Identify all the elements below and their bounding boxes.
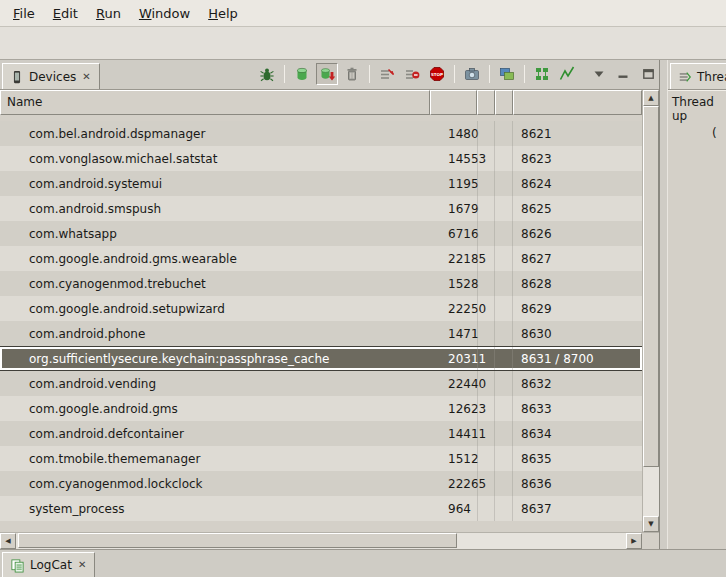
tab-devices[interactable]: Devices ✕ xyxy=(2,63,100,89)
column-header-name[interactable]: Name xyxy=(0,90,430,115)
scroll-down-button[interactable]: ▼ xyxy=(643,516,659,532)
table-row[interactable]: com.cyanogenmod.lockclock 22265 8636 xyxy=(0,471,642,496)
process-name: com.android.vending xyxy=(0,377,430,391)
process-name: org.sufficientlysecure.keychain:passphra… xyxy=(0,352,430,366)
heap-cell xyxy=(477,196,495,221)
process-pid: 6716 xyxy=(430,227,477,241)
horizontal-scrollbar[interactable]: ◀ ▶ xyxy=(0,532,642,549)
cause-gc-icon[interactable] xyxy=(341,63,363,85)
threads-cell xyxy=(495,246,513,271)
toolbar-separator xyxy=(369,65,370,83)
process-name: com.tmobile.thememanager xyxy=(0,452,430,466)
close-icon[interactable]: ✕ xyxy=(81,72,91,82)
panel-sash[interactable] xyxy=(660,60,667,549)
threads-cell xyxy=(495,121,513,146)
process-pid: 20311 xyxy=(430,352,477,366)
debug-icon[interactable] xyxy=(256,63,278,85)
process-port: 8629 xyxy=(513,302,642,316)
threads-cell xyxy=(495,196,513,221)
menu-item-help[interactable]: Help xyxy=(199,3,247,24)
process-name: com.google.android.setupwizard xyxy=(0,302,430,316)
column-header-threads[interactable] xyxy=(495,90,513,115)
process-port: 8621 xyxy=(513,127,642,141)
process-port: 8633 xyxy=(513,402,642,416)
menu-item-edit[interactable]: Edit xyxy=(44,3,87,24)
dump-hprof-icon[interactable] xyxy=(316,63,338,85)
horizontal-scrollbar-track[interactable] xyxy=(16,533,626,549)
minimize-icon[interactable] xyxy=(616,63,630,85)
table-row[interactable]: com.google.android.setupwizard 22250 862… xyxy=(0,296,642,321)
devices-toolbar: STOP xyxy=(256,63,659,89)
menu-bar: File Edit Run Window Help xyxy=(0,0,726,27)
threads-cell xyxy=(495,296,513,321)
screenshot-icon[interactable] xyxy=(461,63,483,85)
heap-cell xyxy=(477,471,495,496)
table-row[interactable]: com.vonglasow.michael.satstat 14553 8623 xyxy=(0,146,642,171)
table-row[interactable]: com.android.phone 1471 8630 xyxy=(0,321,642,346)
vertical-scrollbar-track[interactable] xyxy=(643,106,659,516)
table-row[interactable]: com.android.vending 22440 8632 xyxy=(0,371,642,396)
update-threads-icon[interactable] xyxy=(376,63,398,85)
table-row[interactable]: com.android.defcontainer 14411 8634 xyxy=(0,421,642,446)
table-row[interactable]: com.cyanogenmod.trebuchet 1528 8628 xyxy=(0,271,642,296)
column-header-pid[interactable] xyxy=(430,90,477,115)
capture-system-trace-icon[interactable] xyxy=(531,63,553,85)
dump-view-hierarchy-icon[interactable] xyxy=(496,63,518,85)
process-name: com.google.android.gms xyxy=(0,402,430,416)
tab-logcat[interactable]: LogCat ✕ xyxy=(2,552,95,577)
menu-item-window[interactable]: Window xyxy=(130,3,199,24)
heap-cell xyxy=(477,146,495,171)
scroll-right-button[interactable]: ▶ xyxy=(626,533,642,549)
threads-icon xyxy=(678,70,692,84)
process-port: 8625 xyxy=(513,202,642,216)
process-port: 8623 xyxy=(513,152,642,166)
update-heap-icon[interactable] xyxy=(291,63,313,85)
vertical-scrollbar[interactable]: ▲ ▼ xyxy=(642,90,659,532)
menu-item-run[interactable]: Run xyxy=(87,3,130,24)
stop-process-icon[interactable]: STOP xyxy=(426,63,448,85)
main-area: Devices ✕ xyxy=(0,60,726,549)
horizontal-scrollbar-thumb[interactable] xyxy=(18,533,457,548)
column-header-heap[interactable] xyxy=(477,90,495,115)
stop-method-profiling-icon[interactable] xyxy=(401,63,423,85)
close-icon[interactable]: ✕ xyxy=(77,560,87,570)
process-name: com.android.smspush xyxy=(0,202,430,216)
view-menu-icon[interactable] xyxy=(593,63,605,85)
heap-cell xyxy=(477,171,495,196)
table-row[interactable]: com.bel.android.dspmanager 1480 8621 xyxy=(0,121,642,146)
process-port: 8627 xyxy=(513,252,642,266)
scroll-left-button[interactable]: ◀ xyxy=(0,533,16,549)
threads-message-line1: Thread up xyxy=(672,95,726,123)
devices-table: Name com.bel.android.dspmanager 1480 xyxy=(0,90,659,532)
threads-cell xyxy=(495,347,513,370)
table-row[interactable]: com.whatsapp 6716 8626 xyxy=(0,221,642,246)
tab-logcat-label: LogCat xyxy=(30,558,72,572)
scroll-up-button[interactable]: ▲ xyxy=(643,90,659,106)
threads-cell xyxy=(495,321,513,346)
process-pid: 22185 xyxy=(430,252,477,266)
process-port: 8636 xyxy=(513,477,642,491)
table-row[interactable]: com.google.android.gms.wearable 22185 86… xyxy=(0,246,642,271)
threads-panel: Threads ✕ Thread up ( xyxy=(667,60,726,549)
process-port: 8624 xyxy=(513,177,642,191)
table-row[interactable]: com.google.android.gms 12623 8633 xyxy=(0,396,642,421)
process-list: com.bel.android.dspmanager 1480 8621 com… xyxy=(0,115,642,532)
maximize-icon[interactable] xyxy=(641,63,655,85)
menu-item-file[interactable]: File xyxy=(4,3,44,24)
table-row[interactable]: system_process 964 8637 xyxy=(0,496,642,521)
view-window-buttons xyxy=(593,63,655,85)
process-port: 8630 xyxy=(513,327,642,341)
tab-threads[interactable]: Threads ✕ xyxy=(670,63,726,89)
start-opengl-trace-icon[interactable] xyxy=(556,63,578,85)
table-row[interactable]: com.android.smspush 1679 8625 xyxy=(0,196,642,221)
heap-cell xyxy=(477,396,495,421)
process-pid: 1679 xyxy=(430,202,477,216)
process-name: com.google.android.gms.wearable xyxy=(0,252,430,266)
table-row[interactable]: com.android.systemui 1195 8624 xyxy=(0,171,642,196)
process-name: com.cyanogenmod.trebuchet xyxy=(0,277,430,291)
table-row[interactable]: org.sufficientlysecure.keychain:passphra… xyxy=(0,346,642,371)
scrollbar-corner xyxy=(642,532,659,549)
vertical-scrollbar-thumb[interactable] xyxy=(643,106,659,467)
table-row[interactable]: com.tmobile.thememanager 1512 8635 xyxy=(0,446,642,471)
column-header-port[interactable] xyxy=(513,90,642,115)
